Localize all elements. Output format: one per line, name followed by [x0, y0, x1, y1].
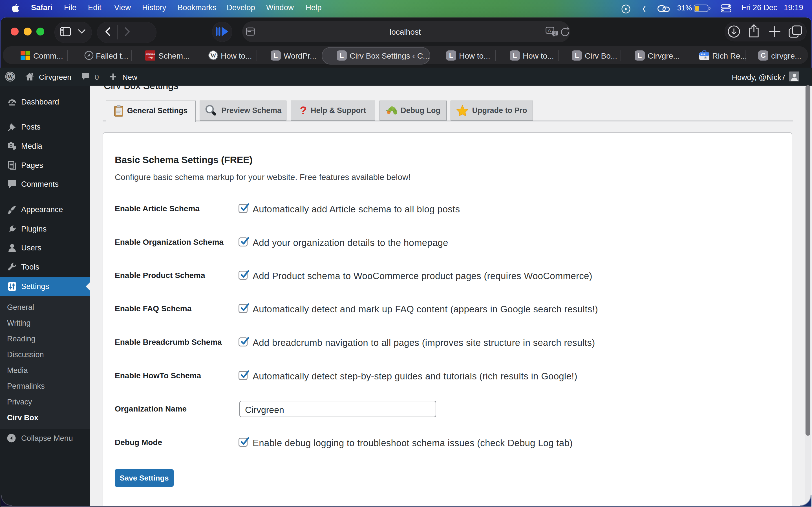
svg-text:W: W — [7, 73, 13, 80]
svg-text:A: A — [548, 28, 551, 33]
svg-text:schema: schema — [146, 53, 155, 55]
svg-text:.org: .org — [148, 56, 153, 59]
svg-text:W: W — [210, 52, 216, 59]
